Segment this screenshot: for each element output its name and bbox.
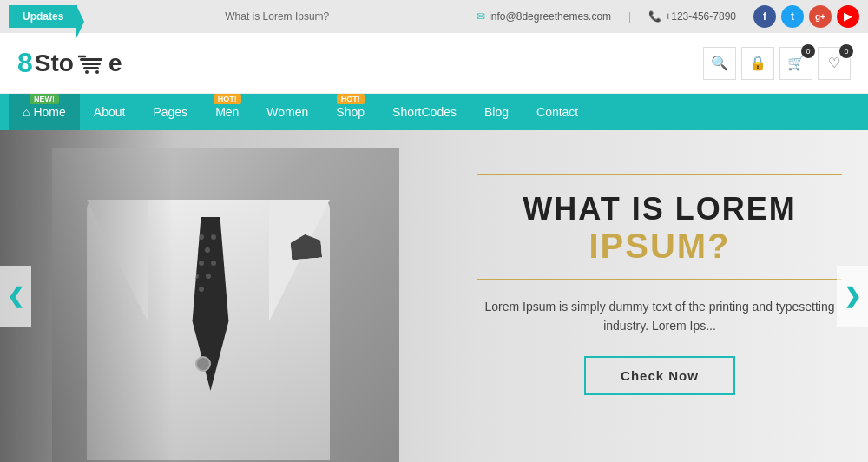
suit-button	[195, 356, 211, 372]
lapel-right	[269, 200, 330, 321]
logo-text-after: e	[108, 50, 122, 77]
wishlist-button[interactable]: ♡ 0	[818, 47, 851, 80]
hero-next-button[interactable]: ❯	[837, 266, 868, 327]
nav-item-contact[interactable]: Contact	[523, 94, 592, 130]
nav-item-pages[interactable]: Pages	[139, 94, 201, 130]
phone-text: +123-456-7890	[665, 10, 736, 23]
hero-line-bottom	[477, 279, 842, 280]
logo-cart-icon	[76, 51, 107, 76]
hero-prev-button[interactable]: ❮	[0, 266, 31, 327]
nav-label-pages: Pages	[153, 105, 187, 119]
youtube-icon[interactable]: ▶	[837, 5, 859, 28]
cart-button[interactable]: 🛒 0	[779, 47, 812, 80]
user-icon: 🔒	[749, 55, 766, 71]
hero-title-line2: IPSUM?	[477, 227, 842, 265]
nav-label-shortcodes: ShortCodes	[392, 105, 457, 119]
men-badge: Hot!	[214, 94, 241, 104]
hero-description: Lorem Ipsum is simply dummy text of the …	[477, 297, 842, 336]
facebook-icon[interactable]: f	[753, 5, 776, 28]
center-text: What is Lorem Ipsum?	[225, 10, 329, 23]
svg-rect-0	[80, 58, 102, 61]
svg-rect-1	[82, 63, 101, 65]
hero-section: WHAT IS LOREM IPSUM? Lorem Ipsum is simp…	[0, 130, 868, 462]
nav-label-about: About	[94, 105, 126, 119]
search-button[interactable]: 🔍	[703, 47, 736, 80]
hero-cta-button[interactable]: Check Now	[584, 356, 735, 395]
top-bar-left: Updates	[9, 5, 77, 28]
email-info: ✉ info@8degreethemes.com	[477, 10, 611, 23]
logo-number: 8	[17, 47, 33, 79]
shop-badge: Hot!	[337, 94, 365, 104]
search-icon: 🔍	[711, 55, 728, 71]
home-icon: ⌂	[23, 105, 30, 119]
wishlist-count: 0	[839, 44, 853, 58]
twitter-icon[interactable]: t	[781, 5, 804, 28]
top-bar-center: What is Lorem Ipsum?	[225, 10, 329, 23]
google-plus-icon[interactable]: g+	[809, 5, 832, 28]
nav-item-blog[interactable]: Blog	[470, 94, 523, 130]
header-icons: 🔍 🔒 🛒 0 ♡ 0	[703, 47, 851, 80]
hero-content: WHAT IS LOREM IPSUM? Lorem Ipsum is simp…	[477, 174, 842, 395]
logo[interactable]: 8 Sto e	[17, 47, 122, 79]
nav-item-shop[interactable]: Hot! Shop	[322, 94, 378, 130]
svg-point-4	[95, 70, 99, 74]
nav-item-about[interactable]: About	[80, 94, 140, 130]
prev-icon: ❮	[7, 284, 24, 308]
svg-rect-2	[83, 67, 99, 69]
phone-info: 📞 +123-456-7890	[648, 10, 736, 23]
nav-label-men: Men	[215, 105, 239, 119]
cart-icon: 🛒	[787, 55, 805, 71]
social-icons: f t g+ ▶	[753, 5, 859, 28]
top-bar-right: ✉ info@8degreethemes.com | 📞 +123-456-78…	[477, 5, 859, 28]
logo-text-before: Sto	[35, 50, 74, 77]
nav-item-women[interactable]: Women	[253, 94, 322, 130]
email-text: info@8degreethemes.com	[489, 10, 611, 23]
nav-label-shop: Shop	[336, 105, 365, 119]
updates-button[interactable]: Updates	[9, 5, 77, 28]
phone-icon: 📞	[648, 10, 661, 23]
nav-label-home: Home	[33, 105, 65, 119]
divider: |	[628, 10, 631, 23]
nav-label-contact: Contact	[536, 105, 578, 119]
header: 8 Sto e 🔍 🔒 🛒 0 ♡ 0	[0, 33, 868, 94]
nav-label-women: Women	[266, 105, 308, 119]
cart-count: 0	[801, 44, 815, 58]
hero-title-line1: WHAT IS LOREM	[477, 192, 842, 227]
nav-item-shortcodes[interactable]: ShortCodes	[378, 94, 470, 130]
top-bar: Updates What is Lorem Ipsum? ✉ info@8deg…	[0, 0, 868, 33]
account-button[interactable]: 🔒	[741, 47, 774, 80]
home-badge: New!	[30, 94, 59, 104]
nav-item-men[interactable]: Hot! Men	[201, 94, 253, 130]
nav-label-blog: Blog	[484, 105, 509, 119]
hero-line-top	[477, 174, 842, 175]
svg-point-3	[85, 70, 89, 74]
next-icon: ❯	[844, 284, 861, 308]
contact-info: ✉ info@8degreethemes.com | 📞 +123-456-78…	[477, 10, 736, 23]
nav-item-home[interactable]: New! ⌂ Home	[9, 94, 80, 130]
navigation: New! ⌂ Home About Pages Hot! Men Women H…	[0, 94, 868, 130]
heart-icon: ♡	[828, 55, 840, 71]
email-icon: ✉	[477, 10, 485, 23]
